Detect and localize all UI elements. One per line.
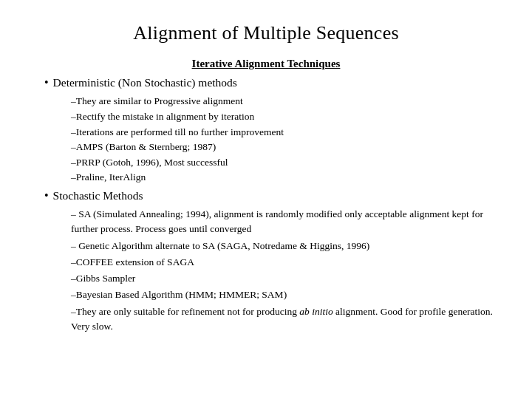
sub-item-3: –Iterations are performed till no furthe… xyxy=(71,125,495,140)
section-heading: Iterative Alignment Techniques xyxy=(37,58,495,70)
bullet2-text: Stochastic Methods xyxy=(53,188,143,204)
bullet1-subitems: –They are similar to Progressive alignme… xyxy=(71,94,495,184)
bullet1-item: • Deterministic (Non Stochastic) methods xyxy=(44,75,495,91)
sub-item-5: –PRRP (Gotoh, 1996), Most successful xyxy=(71,155,495,170)
main-title: Alignment of Multiple Sequences xyxy=(37,22,495,44)
stoch-item-4: –Gibbs Sampler xyxy=(71,271,495,286)
stoch-item-5: –Bayesian Based Algorithm (HMM; HMMER; S… xyxy=(71,287,495,302)
sub-item-6: –Praline, IterAlign xyxy=(71,170,495,185)
stoch-item-2: – Genetic Algorithm alternate to SA (SAG… xyxy=(71,239,495,253)
slide: Alignment of Multiple Sequences Iterativ… xyxy=(0,0,532,399)
stoch-item-6-italic: ab initio xyxy=(299,306,332,317)
sub-item-2: –Rectify the mistake in alignment by ite… xyxy=(71,109,495,124)
sub-item-1: –They are similar to Progressive alignme… xyxy=(71,94,495,109)
bullet2-symbol: • xyxy=(44,188,49,204)
stoch-item-6: –They are only suitable for refinement n… xyxy=(71,304,495,335)
stoch-item-1: – SA (Simulated Annealing; 1994), alignm… xyxy=(71,207,495,237)
bullet2-item: • Stochastic Methods xyxy=(44,188,495,204)
bullet1-symbol: • xyxy=(44,75,49,91)
sub-item-4: –AMPS (Barton & Sternberg; 1987) xyxy=(71,140,495,154)
stoch-item-6-before: –They are only suitable for refinement n… xyxy=(71,306,299,317)
bullet1-text: Deterministic (Non Stochastic) methods xyxy=(53,75,237,91)
bullet2-subitems: – SA (Simulated Annealing; 1994), alignm… xyxy=(71,207,495,334)
stoch-item-3: –COFFEE extension of SAGA xyxy=(71,255,495,270)
